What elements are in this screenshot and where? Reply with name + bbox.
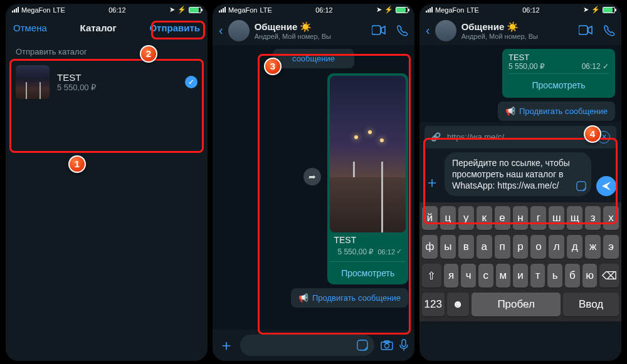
message-input[interactable]: Перейдите по ссылке, чтобы просмотреть н… [445, 152, 591, 197]
video-call-button[interactable] [579, 25, 593, 36]
forward-button[interactable]: ➦ [303, 168, 321, 185]
bubble-timestamp: 06:12 ✓ [582, 62, 609, 71]
key-letter[interactable]: ф [422, 235, 438, 259]
product-preview-image [330, 76, 406, 232]
key-letter[interactable]: щ [567, 206, 582, 230]
key-letter[interactable]: о [530, 235, 546, 259]
key-letter[interactable]: п [495, 235, 510, 259]
battery-icon [603, 7, 615, 13]
voice-call-button[interactable] [604, 25, 615, 36]
key-letter[interactable]: я [444, 264, 459, 288]
promote-pill-top[interactable]: сообщение [273, 49, 354, 68]
view-product-button[interactable]: Просмотреть [330, 264, 406, 282]
key-letter[interactable]: ж [585, 235, 601, 259]
key-letter[interactable]: к [477, 206, 492, 230]
catalog-item-row[interactable]: TEST 5 550,00 ₽ ✓ [6, 60, 208, 104]
key-letter[interactable]: ч [461, 264, 476, 288]
key-letter[interactable]: а [477, 235, 492, 259]
send-button[interactable] [596, 176, 616, 196]
key-letter[interactable]: м [496, 264, 511, 288]
cancel-button[interactable]: Отмена [13, 23, 47, 33]
chat-input-bar: ＋ [213, 330, 414, 361]
back-button[interactable]: ‹ [426, 23, 430, 38]
key-letter[interactable]: у [458, 206, 474, 230]
selected-check-icon[interactable]: ✓ [185, 76, 198, 88]
network-label: LTE [53, 6, 65, 14]
key-letter[interactable]: ш [549, 206, 564, 230]
key-letter[interactable]: ц [440, 206, 456, 230]
chat-avatar[interactable] [435, 20, 456, 41]
key-letter[interactable]: ю [582, 264, 598, 288]
clock-label: 06:12 [108, 6, 126, 14]
status-bar: MegaFon LTE 06:12 ➤ ⚡ [6, 4, 208, 16]
key-letter[interactable]: и [513, 264, 528, 288]
key-letter[interactable]: э [603, 235, 619, 259]
key-letter[interactable]: х [603, 206, 619, 230]
key-enter[interactable]: Ввод [563, 293, 619, 316]
chat-header: ‹ Общение☀️ Андрей, Мой номер, Вы [213, 16, 414, 45]
attach-button[interactable]: ＋ [219, 335, 234, 355]
key-letter[interactable]: л [549, 235, 564, 259]
key-letter[interactable]: т [530, 264, 545, 288]
attach-button[interactable]: ＋ [424, 172, 440, 196]
key-numbers[interactable]: 123 [422, 293, 445, 316]
send-button[interactable]: Отправить [149, 23, 200, 33]
key-letter[interactable]: й [422, 206, 438, 230]
svg-rect-0 [372, 26, 381, 34]
chat-title-block[interactable]: Общение☀️ Андрей, Мой номер, Вы [255, 21, 331, 40]
key-letter[interactable]: е [495, 206, 510, 230]
view-product-button[interactable]: Просмотреть [508, 76, 609, 94]
modal-header: Отмена Каталог Отправить [6, 16, 208, 39]
link-preview-row: 🔗 https://wa.me/c/ ✕ [424, 126, 616, 148]
promote-message-button[interactable]: 📢 Продвигать сообщение [498, 101, 615, 121]
key-letter[interactable]: з [585, 206, 601, 230]
key-backspace[interactable]: ⌫ [599, 264, 619, 288]
key-letter[interactable]: с [478, 264, 493, 288]
catalog-message-bubble[interactable]: TEST 5 550,00 ₽ 06:12 ✓ Просмотреть [502, 49, 615, 98]
key-letter[interactable]: ь [547, 264, 562, 288]
link-url: https://wa.me/c/ [447, 132, 504, 142]
status-bar: MegaFon LTE 06:12 ➤ ⚡ [213, 4, 414, 16]
sticker-icon[interactable] [357, 340, 368, 351]
battery-icon [189, 7, 201, 13]
camera-button[interactable] [381, 340, 393, 350]
mic-button[interactable] [399, 339, 408, 351]
key-shift[interactable]: ⇧ [422, 264, 441, 288]
location-icon: ➤ [376, 6, 382, 14]
sun-icon: ☀️ [507, 21, 519, 33]
svg-rect-6 [579, 26, 587, 34]
svg-rect-2 [381, 342, 393, 350]
message-input[interactable] [240, 335, 374, 356]
sticker-icon[interactable] [576, 181, 586, 191]
link-icon: 🔗 [431, 132, 441, 142]
key-letter[interactable]: р [513, 235, 529, 259]
chat-header: ‹ Общение☀️ Андрей, Мой номер, Вы [419, 16, 621, 45]
chat-title-block[interactable]: Общение☀️ Андрей, Мой номер, Вы [461, 21, 538, 40]
carrier-label: MegaFon [228, 6, 257, 14]
key-letter[interactable]: б [565, 264, 580, 288]
back-button[interactable]: ‹ [219, 23, 223, 38]
voice-call-button[interactable] [397, 25, 408, 36]
key-space[interactable]: Пробел [472, 293, 561, 316]
video-call-button[interactable] [372, 25, 386, 36]
key-letter[interactable]: г [530, 206, 546, 230]
chat-subtitle: Андрей, Мой номер, Вы [255, 33, 331, 40]
key-letter[interactable]: в [458, 235, 474, 259]
promote-message-button[interactable]: 📢 Продвигать сообщение [291, 288, 408, 308]
catalog-message-bubble[interactable]: ➦ TEST 5 550,00 ₽ 06:12✓ Просмотреть [327, 73, 408, 284]
charge-icon: ⚡ [591, 6, 600, 14]
status-bar: MegaFon LTE 06:12 ➤ ⚡ [419, 4, 621, 16]
chat-avatar[interactable] [228, 20, 250, 41]
network-label: LTE [260, 6, 271, 14]
clear-link-button[interactable]: ✕ [598, 131, 610, 143]
key-letter[interactable]: н [513, 206, 529, 230]
bubble-product-price: 5 550,00 ₽ [334, 247, 377, 256]
key-emoji[interactable]: ☻ [447, 293, 470, 316]
key-letter[interactable]: д [567, 235, 582, 259]
signal-icon [426, 7, 433, 13]
bubble-product-name: TEST [508, 53, 609, 62]
annotation-badge-1: 1 [68, 155, 86, 173]
screen-2-chat-bubble: MegaFon LTE 06:12 ➤ ⚡ ‹ Общение☀️ Андрей… [213, 4, 414, 361]
key-letter[interactable]: ы [440, 235, 456, 259]
section-subtitle: Отправить каталог [6, 39, 208, 60]
